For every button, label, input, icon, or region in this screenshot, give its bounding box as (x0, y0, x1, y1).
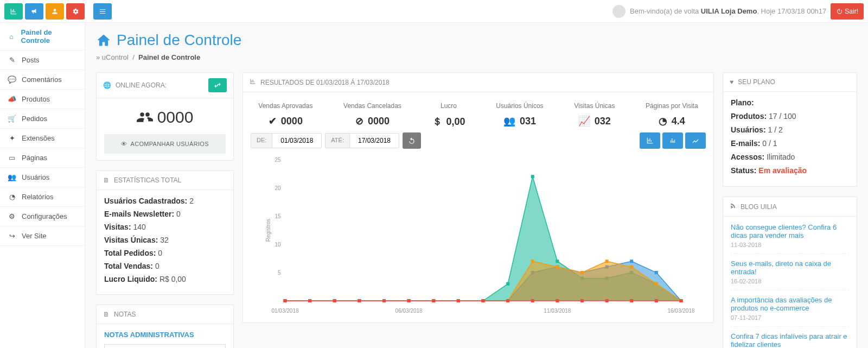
bullhorn-icon: 📣 (8, 95, 16, 103)
blog-link[interactable]: Seus e-mails, direto na caixa de entrada… (731, 260, 831, 276)
pie-icon-sm: ◔ (659, 115, 667, 127)
svg-text:10: 10 (275, 242, 281, 248)
svg-rect-42 (655, 271, 658, 274)
svg-rect-75 (630, 299, 633, 302)
page-title: Painel de Controle (96, 31, 857, 49)
sidebar-item-painel[interactable]: ⌂Painel de Controle (0, 23, 85, 50)
svg-rect-20 (531, 175, 534, 178)
sidebar-item-comentarios[interactable]: 💬Comentários (0, 70, 85, 89)
eye-icon: 👁 (121, 141, 127, 147)
stats-title: ESTATÍSTICAS TOTAL (114, 176, 181, 184)
svg-rect-58 (630, 265, 633, 269)
puzzle-icon: ✦ (8, 134, 16, 142)
blog-link[interactable]: Confira 7 dicas infalíveis para atrair e… (731, 332, 847, 348)
heart-icon: ♥ (730, 78, 733, 86)
globe-icon: 🌐 (103, 81, 111, 89)
blog-item: Não consegue clientes? Confira 6 dicas p… (731, 223, 849, 254)
svg-rect-66 (407, 299, 411, 302)
svg-rect-65 (382, 299, 386, 302)
card-visitas-unicas: Visitas Únicas 📈032 (574, 102, 615, 128)
sidebar-item-extensoes[interactable]: ✦Extensões (0, 129, 85, 148)
check-icon: ✔ (269, 115, 277, 127)
sidebar-item-usuarios[interactable]: 👥Usuários (0, 168, 85, 187)
date-to-input[interactable] (350, 134, 399, 148)
blog-item: A importância das avaliações de produtos… (731, 290, 849, 327)
results-panel: RESULTADOS DE 01/03/2018 Á 17/03/2018 Ve… (242, 72, 714, 323)
svg-rect-74 (605, 299, 609, 302)
notes-subtitle: NOTAS ADMINISTRATIVAS (104, 331, 226, 339)
svg-text:Registros: Registros (265, 219, 271, 242)
svg-rect-68 (457, 299, 460, 302)
date-from-input[interactable] (272, 134, 321, 148)
svg-rect-56 (580, 271, 584, 274)
sidebar-item-relatorios[interactable]: ◔Relatórios (0, 187, 85, 206)
blog-item: Confira 7 dicas infalíveis para atrair e… (731, 327, 849, 348)
cart-icon: 🛒 (8, 115, 16, 123)
shortcut-bullhorn-button[interactable] (25, 3, 43, 20)
stats-panel: 🗎 ESTATÍSTICAS TOTAL Usuários Cadastrado… (96, 170, 234, 295)
svg-rect-54 (531, 260, 534, 263)
svg-text:01/03/2018: 01/03/2018 (271, 308, 298, 314)
svg-text:15: 15 (275, 213, 281, 219)
users-large-icon (137, 109, 153, 125)
shortcut-user-button[interactable] (46, 3, 64, 20)
blog-title: BLOG UILIA (741, 203, 777, 211)
shortcut-gear-button[interactable] (66, 3, 85, 20)
blog-link[interactable]: Não consegue clientes? Confira 6 dicas p… (731, 223, 837, 239)
follow-users-button[interactable]: 👁 ACOMPANHAR USUÁRIOS (104, 134, 226, 154)
shortcut-chart-button[interactable] (4, 3, 23, 20)
svg-rect-70 (506, 299, 509, 302)
refresh-online-button[interactable] (208, 78, 227, 92)
svg-rect-76 (655, 299, 658, 302)
sidebar-item-pedidos[interactable]: 🛒Pedidos (0, 109, 85, 128)
online-panel: 🌐 ONLINE AGORA: 0000 👁 ACOM (96, 72, 234, 161)
sidebar-item-configuracoes[interactable]: ⚙Configurações (0, 207, 85, 226)
chart-icon (250, 78, 256, 86)
card-usuarios-unicos: Usuários Únicos 👥031 (496, 102, 543, 128)
svg-rect-73 (580, 299, 584, 302)
line-chart-icon: 📈 (578, 115, 590, 127)
online-title: ONLINE AGORA: (116, 81, 167, 89)
svg-rect-63 (333, 299, 336, 302)
shortcut-list-button[interactable] (93, 3, 112, 20)
gear-icon: ⚙ (8, 212, 16, 220)
sidebar-item-ver-site[interactable]: ↪Ver Site (0, 226, 85, 245)
sidebar-item-posts[interactable]: ✎Posts (0, 50, 85, 69)
svg-text:11/03/2018: 11/03/2018 (544, 308, 571, 314)
svg-text:06/03/2018: 06/03/2018 (395, 308, 423, 314)
notes-panel: 🗎 NOTAS NOTAS ADMINISTRATIVAS (96, 305, 234, 348)
notes-textarea[interactable] (104, 344, 226, 348)
svg-text:25: 25 (275, 157, 281, 163)
results-title: RESULTADOS DE 01/03/2018 Á 17/03/2018 (260, 79, 390, 86)
home-large-icon (96, 33, 111, 48)
blog-link[interactable]: A importância das avaliações de produtos… (731, 296, 832, 312)
svg-text:20: 20 (275, 185, 281, 191)
welcome-text: Bem-vindo(a) de volta UILIA Loja Demo, H… (630, 7, 826, 15)
card-vendas-aprovadas: Vendas Aprovadas ✔0000 (258, 102, 312, 128)
logout-button[interactable]: Sair! (831, 3, 864, 20)
chart-type-line-button[interactable] (685, 132, 706, 149)
reload-button[interactable] (403, 132, 421, 149)
svg-rect-61 (284, 299, 287, 302)
svg-rect-62 (308, 299, 311, 302)
svg-rect-69 (482, 299, 485, 302)
online-count: 0000 (104, 105, 226, 134)
blog-panel: BLOG UILIA Não consegue clientes? Confir… (723, 197, 857, 348)
shortcut-group-1 (4, 3, 85, 20)
plan-panel: ♥ SEU PLANO Plano: Produtos: 17 / 100 Us… (723, 72, 857, 187)
svg-rect-55 (556, 265, 559, 269)
main-content: Painel de Controle » uControl / Painel d… (85, 23, 868, 348)
chart-type-bar-button[interactable] (640, 132, 660, 149)
svg-text:5: 5 (278, 270, 281, 276)
note-icon: 🗎 (103, 311, 110, 318)
svg-rect-21 (556, 260, 559, 263)
comment-icon: 💬 (8, 75, 16, 84)
home-icon: ⌂ (8, 33, 16, 41)
share-icon: ↪ (8, 232, 16, 240)
svg-rect-57 (605, 260, 609, 263)
sidebar-item-paginas[interactable]: ▭Páginas (0, 148, 85, 167)
sidebar-item-produtos[interactable]: 📣Produtos (0, 90, 85, 109)
avatar (612, 5, 626, 18)
chart-type-bars2-button[interactable] (662, 132, 683, 149)
svg-rect-71 (531, 299, 534, 302)
